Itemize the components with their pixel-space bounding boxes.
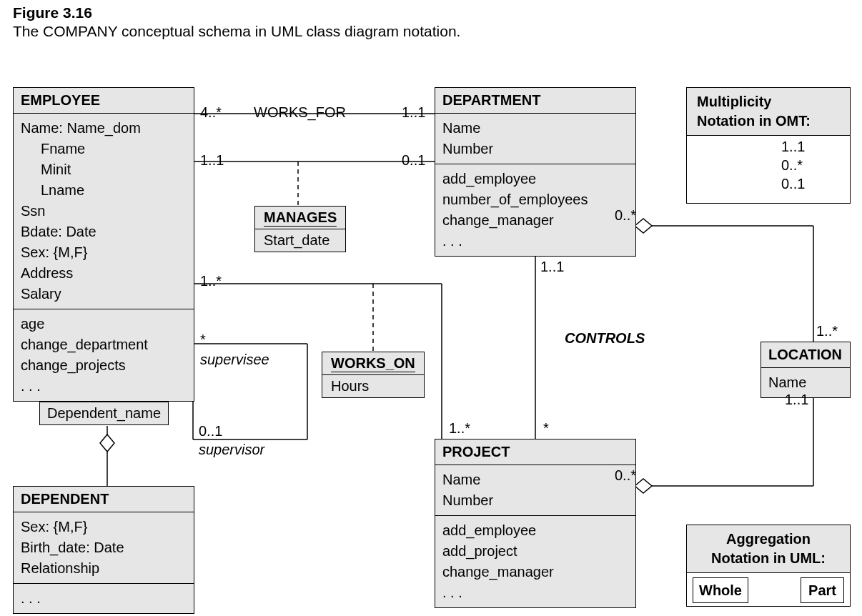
mult-manages-dept: 0..1 — [402, 152, 425, 169]
mult-works-for-dept: 1..1 — [402, 104, 425, 121]
class-employee-name: EMPLOYEE — [14, 88, 194, 114]
employee-op: . . . — [21, 376, 187, 397]
legend-agg-whole: Whole — [693, 577, 748, 603]
svg-marker-16 — [635, 479, 652, 493]
employee-op: change_projects — [21, 355, 187, 376]
employee-op: change_department — [21, 334, 187, 355]
assoc-class-works-on: WORKS_ON Hours — [322, 352, 425, 398]
mult-manages-emp: 1..1 — [200, 152, 224, 169]
project-attr: Number — [442, 490, 628, 511]
employee-attr: Address — [21, 263, 187, 284]
dependent-op: . . . — [21, 588, 187, 609]
department-attr: Number — [442, 139, 628, 159]
mult-proj-loc-loc: 1..1 — [785, 392, 808, 408]
class-project: PROJECT Name Number add_employee add_pro… — [435, 439, 636, 608]
department-op: change_manager — [442, 210, 628, 231]
project-op: . . . — [442, 582, 628, 603]
assoc-controls-label: CONTROLS — [565, 330, 645, 347]
mult-proj-loc-proj: 0..* — [615, 467, 636, 484]
figure-number: Figure 3.16 — [13, 4, 92, 21]
dependent-attr: Birth_date: Date — [21, 537, 187, 558]
assoc-class-manages-attr: Start_date — [255, 229, 345, 252]
class-employee: EMPLOYEE Name: Name_dom Fname Minit Lnam… — [13, 87, 194, 402]
assoc-works-for-label: WORKS_FOR — [254, 104, 346, 121]
department-op: number_of_employees — [442, 189, 628, 210]
mult-works-for-emp: 4..* — [200, 104, 222, 121]
qualifier-dependent-name: Dependent_name — [39, 402, 169, 425]
legend-aggregation: Aggregation Notation in UML: Whole Part — [686, 525, 851, 607]
assoc-class-manages: MANAGES Start_date — [254, 206, 346, 252]
legend-agg-title1: Aggregation — [697, 530, 840, 549]
legend-omt: Multiplicity Notation in OMT: 1..1 0..* … — [686, 87, 851, 204]
legend-omt-title1: Multiplicity — [697, 92, 840, 111]
class-location: LOCATION Name — [761, 342, 851, 398]
employee-attr: Ssn — [21, 201, 187, 222]
mult-supervisee: * — [200, 332, 206, 348]
department-op: . . . — [442, 231, 628, 252]
project-op: change_manager — [442, 562, 628, 582]
department-op: add_employee — [442, 169, 628, 189]
class-dependent: DEPENDENT Sex: {M,F} Birth_date: Date Re… — [13, 486, 194, 614]
legend-agg-title2: Notation in UML: — [697, 549, 840, 568]
svg-marker-13 — [635, 219, 652, 233]
figure-caption: The COMPANY conceptual schema in UML cla… — [13, 23, 460, 40]
project-op: add_employee — [442, 520, 628, 541]
department-attr: Name — [442, 118, 628, 139]
project-attr: Name — [442, 470, 628, 490]
assoc-class-works-on-name: WORKS_ON — [331, 355, 415, 372]
project-op: add_project — [442, 541, 628, 562]
class-department-name: DEPARTMENT — [435, 88, 635, 114]
class-department: DEPARTMENT Name Number add_employee numb… — [435, 87, 636, 257]
class-location-name: LOCATION — [761, 342, 850, 368]
assoc-class-manages-name: MANAGES — [264, 209, 337, 227]
mult-dept-loc-loc: 1..* — [816, 323, 838, 339]
location-attr: Name — [768, 372, 843, 393]
class-dependent-name: DEPENDENT — [14, 487, 194, 512]
employee-op: age — [21, 314, 187, 334]
mult-controls-dept: 1..1 — [540, 259, 564, 275]
employee-attr: Fname — [21, 139, 187, 159]
employee-attr: Salary — [21, 284, 187, 304]
role-supervisee: supervisee — [200, 352, 269, 368]
employee-attr: Minit — [21, 159, 187, 180]
assoc-class-works-on-attr: Hours — [322, 375, 424, 397]
employee-attr: Lname — [21, 180, 187, 201]
svg-marker-18 — [100, 434, 114, 452]
legend-agg-part: Part — [801, 577, 844, 603]
mult-works-on-proj: * — [543, 420, 549, 437]
employee-attr: Name: Name_dom — [21, 118, 187, 139]
class-project-name: PROJECT — [435, 439, 635, 465]
dependent-attr: Sex: {M,F} — [21, 517, 187, 537]
mult-works-on-emp: 1..* — [200, 273, 222, 289]
mult-dept-loc-dept: 0..* — [615, 207, 636, 224]
role-supervisor: supervisor — [199, 442, 264, 458]
dependent-attr: Relationship — [21, 558, 187, 579]
mult-controls-proj: 1..* — [449, 420, 470, 437]
employee-attr: Bdate: Date — [21, 222, 187, 242]
legend-omt-title2: Notation in OMT: — [697, 111, 840, 131]
mult-supervisor: 0..1 — [199, 423, 222, 439]
legend-omt-r3: 0..1 — [781, 173, 805, 194]
employee-attr: Sex: {M,F} — [21, 242, 187, 263]
